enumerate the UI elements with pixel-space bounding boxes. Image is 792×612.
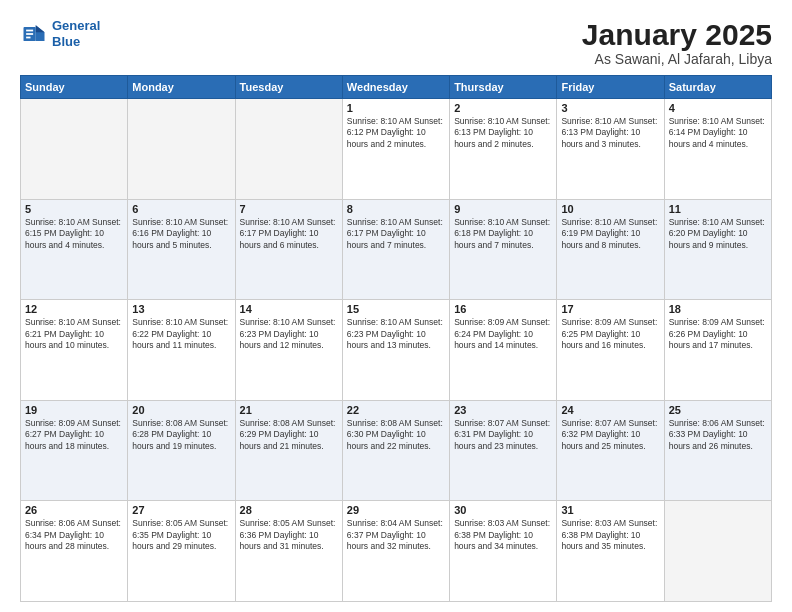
table-row: 11Sunrise: 8:10 AM Sunset: 6:20 PM Dayli…: [664, 199, 771, 300]
table-row: 21Sunrise: 8:08 AM Sunset: 6:29 PM Dayli…: [235, 400, 342, 501]
day-number: 5: [25, 203, 123, 215]
day-info: Sunrise: 8:10 AM Sunset: 6:15 PM Dayligh…: [25, 217, 123, 251]
table-row: 9Sunrise: 8:10 AM Sunset: 6:18 PM Daylig…: [450, 199, 557, 300]
page: General Blue January 2025 As Sawani, Al …: [0, 0, 792, 612]
table-row: 6Sunrise: 8:10 AM Sunset: 6:16 PM Daylig…: [128, 199, 235, 300]
table-row: 5Sunrise: 8:10 AM Sunset: 6:15 PM Daylig…: [21, 199, 128, 300]
header: General Blue January 2025 As Sawani, Al …: [20, 18, 772, 67]
calendar-week-row: 19Sunrise: 8:09 AM Sunset: 6:27 PM Dayli…: [21, 400, 772, 501]
day-info: Sunrise: 8:10 AM Sunset: 6:12 PM Dayligh…: [347, 116, 445, 150]
day-number: 21: [240, 404, 338, 416]
day-number: 11: [669, 203, 767, 215]
day-info: Sunrise: 8:06 AM Sunset: 6:34 PM Dayligh…: [25, 518, 123, 552]
col-thursday: Thursday: [450, 76, 557, 99]
table-row: 25Sunrise: 8:06 AM Sunset: 6:33 PM Dayli…: [664, 400, 771, 501]
table-row: [235, 99, 342, 200]
table-row: 1Sunrise: 8:10 AM Sunset: 6:12 PM Daylig…: [342, 99, 449, 200]
day-number: 8: [347, 203, 445, 215]
day-info: Sunrise: 8:09 AM Sunset: 6:24 PM Dayligh…: [454, 317, 552, 351]
day-number: 16: [454, 303, 552, 315]
calendar-subtitle: As Sawani, Al Jafarah, Libya: [582, 51, 772, 67]
col-wednesday: Wednesday: [342, 76, 449, 99]
day-info: Sunrise: 8:09 AM Sunset: 6:25 PM Dayligh…: [561, 317, 659, 351]
calendar-week-row: 1Sunrise: 8:10 AM Sunset: 6:12 PM Daylig…: [21, 99, 772, 200]
day-number: 26: [25, 504, 123, 516]
day-info: Sunrise: 8:10 AM Sunset: 6:22 PM Dayligh…: [132, 317, 230, 351]
day-number: 24: [561, 404, 659, 416]
col-friday: Friday: [557, 76, 664, 99]
table-row: 10Sunrise: 8:10 AM Sunset: 6:19 PM Dayli…: [557, 199, 664, 300]
day-number: 3: [561, 102, 659, 114]
table-row: 28Sunrise: 8:05 AM Sunset: 6:36 PM Dayli…: [235, 501, 342, 602]
day-info: Sunrise: 8:10 AM Sunset: 6:21 PM Dayligh…: [25, 317, 123, 351]
table-row: 22Sunrise: 8:08 AM Sunset: 6:30 PM Dayli…: [342, 400, 449, 501]
day-number: 2: [454, 102, 552, 114]
day-number: 4: [669, 102, 767, 114]
calendar-title: January 2025: [582, 18, 772, 51]
header-row: Sunday Monday Tuesday Wednesday Thursday…: [21, 76, 772, 99]
svg-rect-5: [26, 33, 33, 35]
calendar-week-row: 26Sunrise: 8:06 AM Sunset: 6:34 PM Dayli…: [21, 501, 772, 602]
calendar-header: Sunday Monday Tuesday Wednesday Thursday…: [21, 76, 772, 99]
day-number: 27: [132, 504, 230, 516]
table-row: 14Sunrise: 8:10 AM Sunset: 6:23 PM Dayli…: [235, 300, 342, 401]
calendar-body: 1Sunrise: 8:10 AM Sunset: 6:12 PM Daylig…: [21, 99, 772, 602]
svg-rect-4: [26, 29, 33, 31]
logo-line1: General: [52, 18, 100, 33]
day-info: Sunrise: 8:04 AM Sunset: 6:37 PM Dayligh…: [347, 518, 445, 552]
day-number: 1: [347, 102, 445, 114]
day-number: 13: [132, 303, 230, 315]
logo: General Blue: [20, 18, 100, 49]
day-info: Sunrise: 8:07 AM Sunset: 6:31 PM Dayligh…: [454, 418, 552, 452]
table-row: 31Sunrise: 8:03 AM Sunset: 6:38 PM Dayli…: [557, 501, 664, 602]
table-row: 12Sunrise: 8:10 AM Sunset: 6:21 PM Dayli…: [21, 300, 128, 401]
day-number: 6: [132, 203, 230, 215]
table-row: 27Sunrise: 8:05 AM Sunset: 6:35 PM Dayli…: [128, 501, 235, 602]
day-number: 14: [240, 303, 338, 315]
logo-line2: Blue: [52, 34, 80, 49]
day-info: Sunrise: 8:10 AM Sunset: 6:17 PM Dayligh…: [347, 217, 445, 251]
table-row: 8Sunrise: 8:10 AM Sunset: 6:17 PM Daylig…: [342, 199, 449, 300]
day-number: 10: [561, 203, 659, 215]
day-number: 25: [669, 404, 767, 416]
day-number: 18: [669, 303, 767, 315]
col-saturday: Saturday: [664, 76, 771, 99]
day-number: 17: [561, 303, 659, 315]
logo-text: General Blue: [52, 18, 100, 49]
day-info: Sunrise: 8:10 AM Sunset: 6:19 PM Dayligh…: [561, 217, 659, 251]
table-row: 30Sunrise: 8:03 AM Sunset: 6:38 PM Dayli…: [450, 501, 557, 602]
day-info: Sunrise: 8:06 AM Sunset: 6:33 PM Dayligh…: [669, 418, 767, 452]
day-number: 28: [240, 504, 338, 516]
table-row: 29Sunrise: 8:04 AM Sunset: 6:37 PM Dayli…: [342, 501, 449, 602]
calendar-week-row: 5Sunrise: 8:10 AM Sunset: 6:15 PM Daylig…: [21, 199, 772, 300]
table-row: 24Sunrise: 8:07 AM Sunset: 6:32 PM Dayli…: [557, 400, 664, 501]
table-row: 4Sunrise: 8:10 AM Sunset: 6:14 PM Daylig…: [664, 99, 771, 200]
day-number: 29: [347, 504, 445, 516]
day-info: Sunrise: 8:08 AM Sunset: 6:29 PM Dayligh…: [240, 418, 338, 452]
table-row: 18Sunrise: 8:09 AM Sunset: 6:26 PM Dayli…: [664, 300, 771, 401]
title-block: January 2025 As Sawani, Al Jafarah, Liby…: [582, 18, 772, 67]
day-info: Sunrise: 8:10 AM Sunset: 6:18 PM Dayligh…: [454, 217, 552, 251]
table-row: [664, 501, 771, 602]
day-number: 7: [240, 203, 338, 215]
day-info: Sunrise: 8:10 AM Sunset: 6:23 PM Dayligh…: [347, 317, 445, 351]
day-info: Sunrise: 8:10 AM Sunset: 6:20 PM Dayligh…: [669, 217, 767, 251]
table-row: 20Sunrise: 8:08 AM Sunset: 6:28 PM Dayli…: [128, 400, 235, 501]
table-row: [21, 99, 128, 200]
table-row: [128, 99, 235, 200]
table-row: 13Sunrise: 8:10 AM Sunset: 6:22 PM Dayli…: [128, 300, 235, 401]
col-tuesday: Tuesday: [235, 76, 342, 99]
day-info: Sunrise: 8:10 AM Sunset: 6:14 PM Dayligh…: [669, 116, 767, 150]
table-row: 3Sunrise: 8:10 AM Sunset: 6:13 PM Daylig…: [557, 99, 664, 200]
day-info: Sunrise: 8:10 AM Sunset: 6:16 PM Dayligh…: [132, 217, 230, 251]
table-row: 19Sunrise: 8:09 AM Sunset: 6:27 PM Dayli…: [21, 400, 128, 501]
day-number: 22: [347, 404, 445, 416]
day-info: Sunrise: 8:07 AM Sunset: 6:32 PM Dayligh…: [561, 418, 659, 452]
day-info: Sunrise: 8:03 AM Sunset: 6:38 PM Dayligh…: [454, 518, 552, 552]
table-row: 2Sunrise: 8:10 AM Sunset: 6:13 PM Daylig…: [450, 99, 557, 200]
day-number: 23: [454, 404, 552, 416]
day-info: Sunrise: 8:08 AM Sunset: 6:28 PM Dayligh…: [132, 418, 230, 452]
day-info: Sunrise: 8:05 AM Sunset: 6:35 PM Dayligh…: [132, 518, 230, 552]
day-info: Sunrise: 8:09 AM Sunset: 6:27 PM Dayligh…: [25, 418, 123, 452]
day-number: 12: [25, 303, 123, 315]
